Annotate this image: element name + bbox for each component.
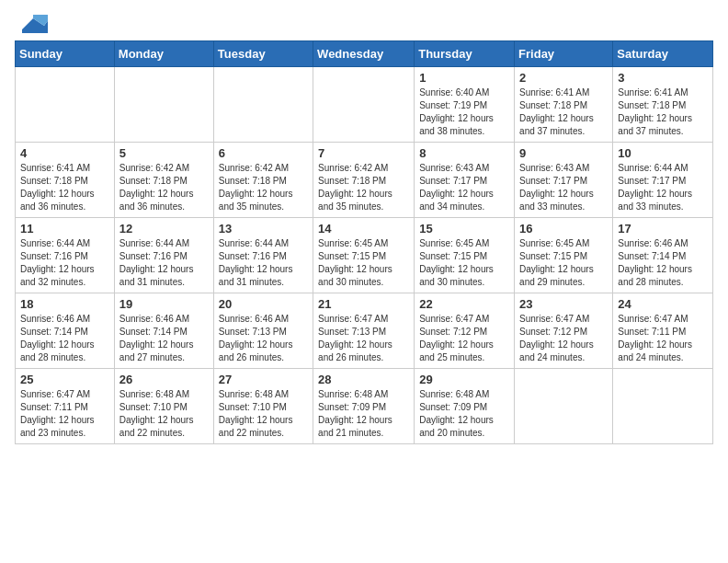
day-number: 18	[20, 297, 109, 311]
day-info: Sunrise: 6:47 AM Sunset: 7:12 PM Dayligh…	[519, 313, 608, 364]
day-number: 5	[119, 146, 209, 160]
day-number: 10	[618, 146, 708, 160]
day-info: Sunrise: 6:47 AM Sunset: 7:11 PM Dayligh…	[20, 388, 109, 440]
day-info: Sunrise: 6:44 AM Sunset: 7:16 PM Dayligh…	[119, 237, 209, 289]
weekday-header-wednesday: Wednesday	[313, 41, 415, 67]
day-number: 29	[419, 373, 509, 386]
day-number: 23	[519, 297, 608, 311]
calendar-cell: 3Sunrise: 6:41 AM Sunset: 7:18 PM Daylig…	[613, 67, 713, 143]
day-number: 3	[618, 71, 708, 85]
calendar-cell: 7Sunrise: 6:42 AM Sunset: 7:18 PM Daylig…	[313, 143, 415, 218]
day-info: Sunrise: 6:48 AM Sunset: 7:09 PM Dayligh…	[419, 388, 509, 440]
calendar-cell: 2Sunrise: 6:41 AM Sunset: 7:18 PM Daylig…	[515, 67, 613, 143]
day-info: Sunrise: 6:48 AM Sunset: 7:10 PM Dayligh…	[119, 388, 209, 440]
calendar-cell: 24Sunrise: 6:47 AM Sunset: 7:11 PM Dayli…	[613, 293, 713, 369]
day-info: Sunrise: 6:45 AM Sunset: 7:15 PM Dayligh…	[419, 237, 509, 289]
calendar-cell	[213, 67, 313, 143]
day-info: Sunrise: 6:41 AM Sunset: 7:18 PM Dayligh…	[519, 86, 608, 138]
header	[15, 15, 713, 33]
week-row-1: 1Sunrise: 6:40 AM Sunset: 7:19 PM Daylig…	[16, 67, 713, 143]
calendar-cell: 19Sunrise: 6:46 AM Sunset: 7:14 PM Dayli…	[114, 293, 213, 369]
day-info: Sunrise: 6:41 AM Sunset: 7:18 PM Dayligh…	[618, 86, 708, 138]
weekday-header-monday: Monday	[114, 41, 213, 67]
day-number: 2	[519, 71, 608, 85]
calendar-cell: 15Sunrise: 6:45 AM Sunset: 7:15 PM Dayli…	[415, 218, 515, 293]
week-row-5: 25Sunrise: 6:47 AM Sunset: 7:11 PM Dayli…	[16, 369, 713, 444]
day-info: Sunrise: 6:41 AM Sunset: 7:18 PM Dayligh…	[20, 162, 109, 213]
day-info: Sunrise: 6:46 AM Sunset: 7:14 PM Dayligh…	[618, 237, 708, 289]
calendar-cell: 26Sunrise: 6:48 AM Sunset: 7:10 PM Dayli…	[114, 369, 213, 444]
calendar-cell: 14Sunrise: 6:45 AM Sunset: 7:15 PM Dayli…	[313, 218, 415, 293]
day-number: 12	[119, 222, 209, 236]
day-info: Sunrise: 6:44 AM Sunset: 7:17 PM Dayligh…	[618, 162, 708, 213]
day-info: Sunrise: 6:47 AM Sunset: 7:13 PM Dayligh…	[318, 313, 409, 364]
day-number: 16	[519, 222, 608, 236]
weekday-header-sunday: Sunday	[16, 41, 115, 67]
logo-icon	[18, 15, 48, 33]
day-info: Sunrise: 6:47 AM Sunset: 7:11 PM Dayligh…	[618, 313, 708, 364]
day-number: 24	[618, 297, 708, 311]
calendar-cell: 4Sunrise: 6:41 AM Sunset: 7:18 PM Daylig…	[16, 143, 115, 218]
day-number: 22	[419, 297, 509, 311]
day-number: 1	[419, 71, 509, 85]
calendar-cell: 13Sunrise: 6:44 AM Sunset: 7:16 PM Dayli…	[213, 218, 313, 293]
calendar-cell: 17Sunrise: 6:46 AM Sunset: 7:14 PM Dayli…	[613, 218, 713, 293]
day-number: 27	[219, 373, 308, 386]
calendar-cell: 21Sunrise: 6:47 AM Sunset: 7:13 PM Dayli…	[313, 293, 415, 369]
day-info: Sunrise: 6:42 AM Sunset: 7:18 PM Dayligh…	[119, 162, 209, 213]
day-info: Sunrise: 6:48 AM Sunset: 7:09 PM Dayligh…	[318, 388, 409, 440]
day-info: Sunrise: 6:42 AM Sunset: 7:18 PM Dayligh…	[219, 162, 308, 213]
day-number: 25	[20, 373, 109, 386]
calendar-cell	[515, 369, 613, 444]
calendar-cell: 22Sunrise: 6:47 AM Sunset: 7:12 PM Dayli…	[415, 293, 515, 369]
day-number: 9	[519, 146, 608, 160]
day-number: 4	[20, 146, 109, 160]
calendar-cell: 16Sunrise: 6:45 AM Sunset: 7:15 PM Dayli…	[515, 218, 613, 293]
week-row-3: 11Sunrise: 6:44 AM Sunset: 7:16 PM Dayli…	[16, 218, 713, 293]
week-row-2: 4Sunrise: 6:41 AM Sunset: 7:18 PM Daylig…	[16, 143, 713, 218]
weekday-header-saturday: Saturday	[613, 41, 713, 67]
calendar-cell	[114, 67, 213, 143]
calendar-cell: 1Sunrise: 6:40 AM Sunset: 7:19 PM Daylig…	[415, 67, 515, 143]
calendar-cell: 11Sunrise: 6:44 AM Sunset: 7:16 PM Dayli…	[16, 218, 115, 293]
calendar-cell: 27Sunrise: 6:48 AM Sunset: 7:10 PM Dayli…	[213, 369, 313, 444]
week-row-4: 18Sunrise: 6:46 AM Sunset: 7:14 PM Dayli…	[16, 293, 713, 369]
calendar-cell	[16, 67, 115, 143]
day-info: Sunrise: 6:43 AM Sunset: 7:17 PM Dayligh…	[519, 162, 608, 213]
day-info: Sunrise: 6:46 AM Sunset: 7:13 PM Dayligh…	[219, 313, 308, 364]
weekday-header-friday: Friday	[515, 41, 613, 67]
calendar-cell: 29Sunrise: 6:48 AM Sunset: 7:09 PM Dayli…	[415, 369, 515, 444]
weekday-header-thursday: Thursday	[415, 41, 515, 67]
day-number: 28	[318, 373, 409, 386]
day-number: 11	[20, 222, 109, 236]
day-number: 20	[219, 297, 308, 311]
day-info: Sunrise: 6:44 AM Sunset: 7:16 PM Dayligh…	[20, 237, 109, 289]
calendar-cell: 5Sunrise: 6:42 AM Sunset: 7:18 PM Daylig…	[114, 143, 213, 218]
calendar-cell: 28Sunrise: 6:48 AM Sunset: 7:09 PM Dayli…	[313, 369, 415, 444]
day-info: Sunrise: 6:45 AM Sunset: 7:15 PM Dayligh…	[318, 237, 409, 289]
day-number: 14	[318, 222, 409, 236]
calendar-cell: 20Sunrise: 6:46 AM Sunset: 7:13 PM Dayli…	[213, 293, 313, 369]
day-number: 7	[318, 146, 409, 160]
weekday-header-tuesday: Tuesday	[213, 41, 313, 67]
calendar-cell: 8Sunrise: 6:43 AM Sunset: 7:17 PM Daylig…	[415, 143, 515, 218]
calendar-cell: 9Sunrise: 6:43 AM Sunset: 7:17 PM Daylig…	[515, 143, 613, 218]
day-info: Sunrise: 6:47 AM Sunset: 7:12 PM Dayligh…	[419, 313, 509, 364]
calendar-cell: 10Sunrise: 6:44 AM Sunset: 7:17 PM Dayli…	[613, 143, 713, 218]
day-info: Sunrise: 6:44 AM Sunset: 7:16 PM Dayligh…	[219, 237, 308, 289]
day-number: 26	[119, 373, 209, 386]
day-number: 19	[119, 297, 209, 311]
weekday-header-row: SundayMondayTuesdayWednesdayThursdayFrid…	[16, 41, 713, 67]
day-info: Sunrise: 6:48 AM Sunset: 7:10 PM Dayligh…	[219, 388, 308, 440]
calendar-cell	[313, 67, 415, 143]
calendar-cell: 25Sunrise: 6:47 AM Sunset: 7:11 PM Dayli…	[16, 369, 115, 444]
day-number: 6	[219, 146, 308, 160]
calendar-cell: 12Sunrise: 6:44 AM Sunset: 7:16 PM Dayli…	[114, 218, 213, 293]
day-info: Sunrise: 6:42 AM Sunset: 7:18 PM Dayligh…	[318, 162, 409, 213]
day-number: 15	[419, 222, 509, 236]
calendar-cell: 6Sunrise: 6:42 AM Sunset: 7:18 PM Daylig…	[213, 143, 313, 218]
calendar-cell: 23Sunrise: 6:47 AM Sunset: 7:12 PM Dayli…	[515, 293, 613, 369]
day-number: 21	[318, 297, 409, 311]
calendar-cell	[613, 369, 713, 444]
day-info: Sunrise: 6:40 AM Sunset: 7:19 PM Dayligh…	[419, 86, 509, 138]
